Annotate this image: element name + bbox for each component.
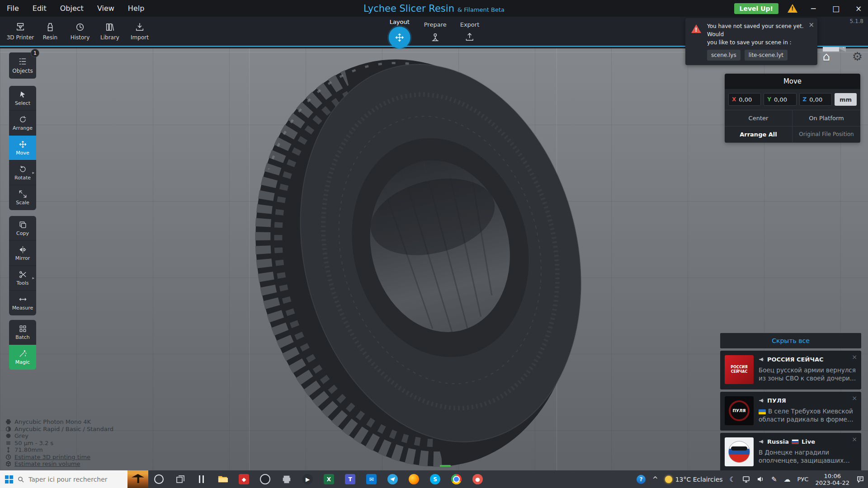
- action-center-icon[interactable]: [856, 475, 864, 483]
- teams-icon[interactable]: T: [340, 470, 361, 488]
- warning-icon[interactable]: [788, 4, 797, 13]
- news-close-icon-3[interactable]: ×: [852, 436, 857, 443]
- network-icon[interactable]: [742, 475, 750, 483]
- save-scene-notice: You have not saved your scene yet. Would…: [685, 18, 817, 65]
- sidebar-item-select[interactable]: Select: [9, 86, 36, 111]
- tab-export[interactable]: Export: [460, 17, 480, 42]
- tab-layout[interactable]: Layout: [389, 17, 410, 48]
- task-view-icon[interactable]: [170, 470, 191, 488]
- export-icon: [465, 32, 475, 42]
- objects-panel-button[interactable]: Objects 1: [9, 52, 36, 79]
- menu-file[interactable]: File: [0, 0, 26, 17]
- printer-button[interactable]: 3D Printer: [5, 17, 35, 46]
- taskbar-search[interactable]: [0, 470, 127, 488]
- arrange-all-button[interactable]: Arrange All: [725, 127, 793, 143]
- original-file-position-button[interactable]: Original File Position: [793, 127, 860, 143]
- news-text-3: В Донецке наградили ополченцев, защищавш…: [759, 448, 857, 465]
- sidebar-item-arrange[interactable]: Arrange: [9, 111, 36, 136]
- news-card-3[interactable]: Russia Live В Донецке наградили ополченц…: [720, 433, 861, 472]
- import-button[interactable]: Import: [125, 17, 155, 46]
- sidebar-item-move[interactable]: Move: [9, 136, 36, 160]
- menu-object[interactable]: Object: [53, 0, 90, 17]
- telegram-icon[interactable]: [382, 470, 403, 488]
- settings-gear-icon[interactable]: ⚙: [852, 50, 863, 63]
- resin-button[interactable]: Resin: [35, 17, 65, 46]
- move-panel-title: Move: [725, 74, 860, 89]
- tab-prepare[interactable]: Prepare: [424, 17, 447, 42]
- version-label: 5.1.8: [849, 18, 863, 24]
- sidebar-item-scale[interactable]: Scale: [9, 185, 36, 210]
- excel-icon[interactable]: X: [318, 470, 340, 488]
- move-x-input[interactable]: X 0,00: [728, 93, 761, 106]
- help-badge-icon[interactable]: ?: [637, 475, 646, 484]
- status-printer: Anycubic Photon Mono 4K: [5, 418, 113, 426]
- sidebar-item-measure[interactable]: Measure: [9, 291, 36, 315]
- sidebar-item-batch[interactable]: Batch: [9, 320, 36, 345]
- level-up-button[interactable]: Level Up!: [734, 3, 778, 14]
- submenu-arrow-icon: ▸: [32, 276, 34, 280]
- taskbar-clock[interactable]: 10:06 2023-04-22: [815, 473, 849, 486]
- tray-chevron-up-icon[interactable]: ^: [652, 475, 658, 483]
- chrome-icon[interactable]: [446, 470, 467, 488]
- estimate-resin-volume-link[interactable]: Estimate resin volume: [5, 460, 113, 468]
- pause-icon[interactable]: [191, 470, 212, 488]
- hide-all-link[interactable]: Скрыть все: [720, 333, 861, 348]
- printer-app-icon[interactable]: [276, 470, 297, 488]
- maximize-button[interactable]: □: [829, 4, 843, 13]
- on-platform-button[interactable]: On Platform: [793, 110, 860, 127]
- widget-thumbnail[interactable]: [127, 470, 148, 488]
- home-view-icon[interactable]: ⌂: [822, 50, 830, 63]
- news-panel: Скрыть все РОССИЯ СЕЙЧАС РОССИЯ СЕЙЧАС Б…: [720, 333, 861, 472]
- sidebar-item-copy[interactable]: Copy: [9, 216, 36, 241]
- scissors-icon: [19, 270, 27, 279]
- center-button[interactable]: Center: [725, 110, 793, 127]
- red-app-2-icon[interactable]: ●: [467, 470, 488, 488]
- history-button[interactable]: History: [65, 17, 95, 46]
- volume-icon[interactable]: [757, 475, 764, 483]
- close-button[interactable]: ×: [852, 4, 865, 13]
- save-notice-close-icon[interactable]: ×: [808, 20, 814, 30]
- minimize-button[interactable]: ─: [807, 4, 820, 13]
- red-app-icon[interactable]: ◆: [233, 470, 255, 488]
- prepare-supports-icon: [430, 32, 440, 42]
- news-card-2[interactable]: ПУЛЯ ПУЛЯ В селе Требухов Киевской облас…: [720, 392, 861, 431]
- print-marker: [440, 465, 451, 467]
- news-close-icon-1[interactable]: ×: [852, 353, 857, 361]
- sidebar-item-mirror[interactable]: Mirror: [9, 241, 36, 266]
- move-panel: Move X 0,00 Y 0,00 Z 0,00 mm Center On P…: [725, 74, 860, 143]
- menu-help[interactable]: Help: [121, 0, 151, 17]
- library-button[interactable]: Library: [95, 17, 125, 46]
- estimate-print-time-link[interactable]: Estimate 3D printing time: [5, 454, 113, 461]
- menu-edit[interactable]: Edit: [26, 0, 53, 17]
- russia-flag-icon: [792, 439, 799, 444]
- history-clock-icon: [75, 22, 85, 32]
- firefox-icon[interactable]: [403, 470, 425, 488]
- windows-logo-icon[interactable]: [5, 475, 13, 483]
- save-lite-scene-lyt-button[interactable]: lite-scene.lyt: [745, 50, 788, 61]
- tire-model[interactable]: [244, 48, 597, 470]
- weather-widget[interactable]: 13°C Eclaircies: [665, 476, 723, 483]
- news-close-icon-2[interactable]: ×: [852, 394, 857, 402]
- move-z-input[interactable]: Z 0,00: [799, 93, 832, 106]
- skype-icon[interactable]: S: [425, 470, 446, 488]
- media-app-icon[interactable]: ▶: [297, 470, 318, 488]
- sidebar-item-magic[interactable]: Magic: [9, 345, 36, 370]
- save-warning-icon: [691, 24, 701, 33]
- sidebar-item-rotate[interactable]: Rotate ▸: [9, 160, 36, 185]
- menu-view[interactable]: View: [90, 0, 121, 17]
- night-light-icon[interactable]: ☾: [730, 475, 736, 483]
- obs-icon[interactable]: [255, 470, 276, 488]
- pen-icon[interactable]: ✎: [771, 475, 777, 483]
- language-indicator[interactable]: РУС: [797, 476, 809, 483]
- search-input[interactable]: [28, 476, 114, 483]
- move-y-input[interactable]: Y 0,00: [764, 93, 796, 106]
- sidebar-item-tools[interactable]: Tools ▸: [9, 266, 36, 291]
- onedrive-cloud-icon[interactable]: ☁: [784, 475, 791, 483]
- mail-icon[interactable]: ✉: [361, 470, 382, 488]
- file-explorer-icon[interactable]: [212, 470, 233, 488]
- printer-3d-icon: [15, 22, 25, 32]
- cortana-icon[interactable]: [148, 470, 170, 488]
- news-card-1[interactable]: РОССИЯ СЕЙЧАС РОССИЯ СЕЙЧАС Боец русской…: [720, 351, 861, 389]
- unit-mm-button[interactable]: mm: [835, 93, 857, 106]
- save-scene-lys-button[interactable]: scene.lys: [707, 50, 741, 61]
